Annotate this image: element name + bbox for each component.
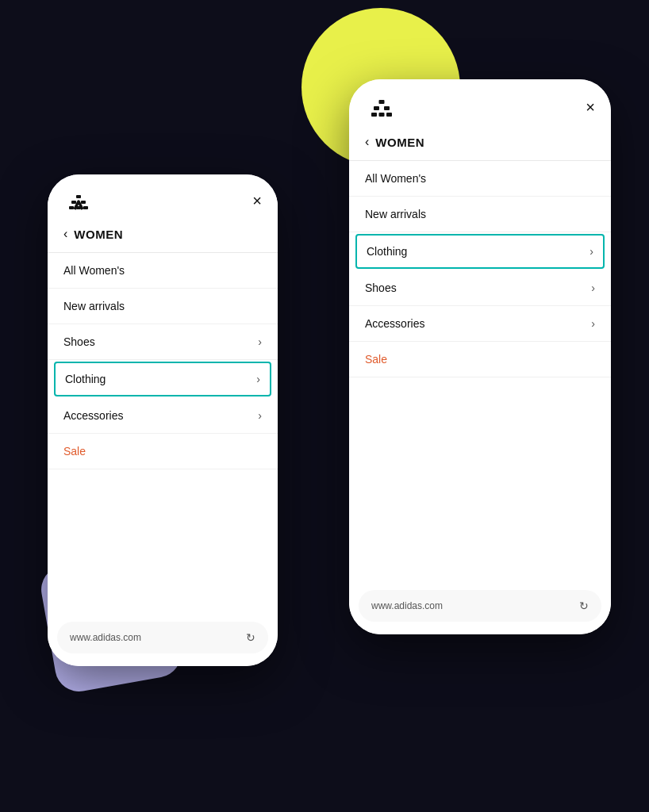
chevron-shoes-right: › — [591, 282, 595, 294]
menu-item-shoes-left[interactable]: Shoes › — [48, 324, 278, 360]
menu-item-accessories-left[interactable]: Accessories › — [48, 398, 278, 434]
svg-rect-9 — [386, 113, 392, 117]
svg-rect-6 — [76, 195, 81, 198]
address-text-right: www.adidas.com — [371, 600, 443, 611]
menu-item-all-womens-right[interactable]: All Women's — [349, 161, 611, 197]
svg-rect-8 — [379, 113, 385, 117]
phone-right-content: × ‹ WOMEN All Women's New arrivals Cloth… — [349, 79, 611, 634]
menu-item-new-arrivals-left[interactable]: New arrivals — [48, 289, 278, 324]
chevron-accessories-right: › — [591, 317, 595, 330]
address-text-left: www.adidas.com — [70, 632, 141, 643]
close-button-left[interactable]: × — [252, 193, 262, 209]
chevron-shoes-left: › — [258, 335, 262, 348]
svg-rect-7 — [371, 113, 377, 117]
menu-list-right: All Women's New arrivals Clothing › Shoe… — [349, 161, 611, 584]
svg-rect-1 — [69, 206, 74, 209]
menu-item-accessories-right[interactable]: Accessories › — [349, 306, 611, 342]
svg-rect-2 — [76, 206, 81, 209]
back-button-left[interactable]: ‹ — [63, 227, 67, 241]
menu-item-shoes-right[interactable]: Shoes › — [349, 270, 611, 306]
svg-rect-11 — [384, 106, 390, 110]
chevron-clothing-right: › — [589, 245, 593, 258]
phone-left: × ‹ WOMEN All Women's New arrivals Shoes… — [48, 174, 278, 666]
section-header-left: ‹ WOMEN — [48, 219, 278, 253]
menu-item-clothing-right[interactable]: Clothing › — [355, 234, 605, 269]
adidas-logo-left — [63, 190, 94, 211]
svg-rect-12 — [379, 100, 385, 104]
svg-rect-4 — [71, 201, 76, 204]
menu-item-sale-right[interactable]: Sale — [349, 342, 611, 377]
phone-left-content: × ‹ WOMEN All Women's New arrivals Shoes… — [48, 174, 278, 666]
address-bar-left[interactable]: www.adidas.com ↻ — [57, 622, 268, 653]
phone-right-header: × — [349, 79, 611, 127]
back-button-right[interactable]: ‹ — [365, 135, 369, 149]
svg-rect-5 — [81, 201, 86, 204]
section-header-right: ‹ WOMEN — [349, 127, 611, 161]
chevron-clothing-left: › — [256, 373, 260, 385]
svg-rect-10 — [374, 106, 379, 110]
refresh-icon-right[interactable]: ↻ — [579, 599, 589, 612]
svg-rect-3 — [83, 206, 88, 209]
section-title-left: WOMEN — [74, 228, 123, 241]
menu-item-new-arrivals-right[interactable]: New arrivals — [349, 197, 611, 232]
section-title-right: WOMEN — [375, 136, 424, 149]
menu-item-all-womens-left[interactable]: All Women's — [48, 253, 278, 289]
close-button-right[interactable]: × — [586, 99, 595, 115]
phone-right: × ‹ WOMEN All Women's New arrivals Cloth… — [349, 79, 611, 634]
refresh-icon-left[interactable]: ↻ — [246, 631, 255, 644]
address-bar-right[interactable]: www.adidas.com ↻ — [359, 590, 601, 622]
menu-item-sale-left[interactable]: Sale — [48, 434, 278, 469]
menu-item-clothing-left[interactable]: Clothing › — [54, 362, 271, 396]
menu-list-left: All Women's New arrivals Shoes › Clothin… — [48, 253, 278, 615]
adidas-logo-right — [365, 95, 398, 119]
chevron-accessories-left: › — [258, 409, 262, 422]
phone-left-header: × — [48, 174, 278, 219]
